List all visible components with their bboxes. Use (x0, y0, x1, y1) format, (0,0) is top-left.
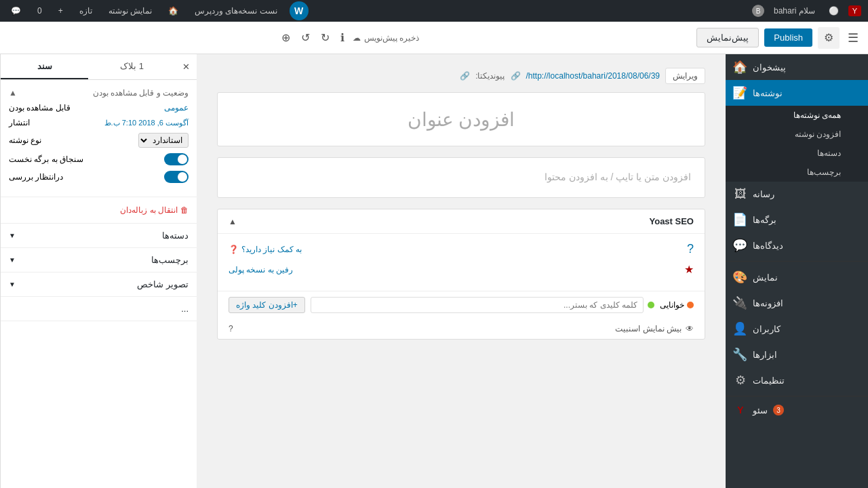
publish-row: آگوست 6, 2018 7:10 ب.ط انتشار (9, 118, 189, 127)
publish-button[interactable]: Publish (764, 28, 812, 47)
sidebar-item-seo[interactable]: Y سئو 3 (726, 399, 868, 421)
editor-toolbar: ☰ ⚙ Publish پیش‌نمایش ذخیره پیش‌نویس ☁ ℹ… (0, 22, 868, 54)
sidebar-item-users[interactable]: 👤 کاربران (726, 316, 868, 342)
submenu-tags[interactable]: برچسب‌ها (726, 163, 868, 182)
yoast-section: Yoast SEO ▲ ? به کمک نیاز دارید؟ ❓ ★ رفی… (217, 209, 705, 340)
sidebar-item-media[interactable]: 🖼 رسانه (726, 182, 868, 207)
extra-section[interactable]: ... (1, 297, 197, 321)
yoast-readability: خوانایی (660, 300, 694, 310)
permalink-label: پیوندیکتا: (475, 71, 505, 81)
sidebar-item-comments[interactable]: 💬 دیدگاه‌ها (726, 232, 868, 258)
yoast-star-icon: ★ (684, 263, 694, 276)
content-area[interactable]: افزودن متن یا تایپ / به افزودن محتوا (217, 157, 705, 198)
users-icon: 👤 (734, 321, 747, 336)
status-section-title: وضعیت و قابل مشاهده بودن ▲ (9, 88, 189, 98)
sidebar-item-tools[interactable]: 🔧 ابزارها (726, 342, 868, 367)
sidebar-item-posts[interactable]: 📝 نوشته‌ها (726, 80, 868, 106)
admin-bar-comment-icon[interactable]: 💬 (7, 6, 25, 16)
post-type-select[interactable]: استاندارد (138, 133, 189, 148)
edit-permalink-button[interactable]: ویرایش (665, 68, 705, 84)
admin-bar-customize[interactable]: تازه (75, 6, 96, 16)
keyword-dot (648, 302, 654, 308)
visibility-value[interactable]: عمومی (164, 103, 189, 113)
admin-bar-site-name[interactable]: نست نسخه‌های وردپرس (191, 6, 281, 16)
undo-icon[interactable]: ↺ (298, 28, 313, 47)
tags-arrow: ▼ (9, 256, 16, 264)
save-label[interactable]: ذخیره پیش‌نویس (364, 33, 419, 43)
trash-section: 🗑 انتقال به زباله‌دان (1, 197, 197, 224)
preview-button[interactable]: پیش‌نمایش (696, 28, 759, 47)
sidebar-item-dashboard[interactable]: 🏠 پیشخوان (726, 54, 868, 80)
posts-icon: 📝 (734, 85, 747, 100)
admin-bar-username[interactable]: سلام bahari (770, 6, 819, 16)
admin-bar-plus[interactable]: + (54, 6, 67, 16)
user-avatar[interactable]: B (752, 5, 764, 17)
yoast-header[interactable]: Yoast SEO ▲ (218, 209, 705, 234)
dashboard-icon: 🏠 (734, 60, 747, 75)
sidebar-label-media: رسانه (753, 189, 774, 199)
wp-logo[interactable]: W (290, 1, 309, 20)
yoast-version-row: ★ رفین به نسخه پولی (229, 263, 694, 276)
main-layout: 🏠 پیشخوان 📝 نوشته‌ها همه‌ی نوشته‌ها افزو… (0, 54, 868, 488)
yoast-version-link[interactable]: رفین به نسخه پولی (229, 265, 293, 274)
visibility-label: قابل مشاهده بودن (9, 103, 71, 113)
featured-image-label: تصویر شاخص (137, 279, 189, 289)
plugins-icon: 🔌 (734, 296, 747, 310)
info-icon[interactable]: ℹ (338, 28, 347, 47)
featured-image-section[interactable]: تصویر شاخص ▼ (1, 272, 197, 297)
tab-document[interactable]: سند (1, 54, 88, 79)
hamburger-menu[interactable]: ☰ (845, 28, 861, 48)
appearance-icon: 🎨 (734, 270, 747, 285)
sidebar-label-plugins: افزونه‌ها (753, 298, 783, 308)
categories-section[interactable]: دسته‌ها ▼ (1, 224, 197, 248)
yoast-preview-row[interactable]: 👁 بیش نمایش اسنبیت ? (218, 319, 705, 339)
yoast-keyword-input[interactable] (311, 297, 644, 313)
yoast-help-icon[interactable]: ? (687, 242, 694, 256)
sidebar-item-appearance[interactable]: 🎨 نمایش (726, 264, 868, 290)
pages-icon: 📄 (734, 212, 747, 227)
admin-bar-circle[interactable]: ⚪ (825, 6, 843, 16)
admin-bar-comments[interactable]: 0 (33, 6, 46, 16)
admin-bar-home[interactable]: 🏠 (164, 6, 182, 16)
yoast-add-keyword-button[interactable]: +افزودن کلید واژه (229, 297, 305, 313)
admin-bar-yoast[interactable]: Y (848, 5, 861, 16)
permalink-url[interactable]: http://localhost/bahari/2018/08/06/39/ (526, 71, 660, 81)
tab-block[interactable]: 1 بلاک (88, 54, 176, 79)
sidebar-item-pages[interactable]: 📄 برگه‌ها (726, 207, 868, 232)
sidebar-item-settings[interactable]: ⚙ تنظیمات (726, 367, 868, 393)
sidebar: 🏠 پیشخوان 📝 نوشته‌ها همه‌ی نوشته‌ها افزو… (726, 54, 868, 488)
copy-link-icon[interactable]: 🔗 (460, 71, 470, 81)
trash-button[interactable]: 🗑 انتقال به زباله‌دان (9, 205, 189, 215)
tags-section[interactable]: برچسب‌ها ▼ (1, 248, 197, 272)
readability-dot (687, 302, 694, 308)
sidebar-label-dashboard: پیشخوان (753, 62, 786, 73)
sidebar-item-plugins[interactable]: 🔌 افزونه‌ها (726, 290, 868, 316)
settings-button[interactable]: ⚙ (818, 27, 840, 49)
yoast-need-help[interactable]: به کمک نیاز دارید؟ ❓ (229, 245, 302, 254)
panel-close-button[interactable]: ✕ (176, 54, 197, 79)
settings-icon: ⚙ (734, 373, 747, 388)
status-title-text: وضعیت و قابل مشاهده بودن (93, 88, 189, 98)
add-block-icon[interactable]: ⊕ (279, 28, 293, 47)
yoast-toggle-arrow: ▲ (229, 217, 237, 226)
submenu-add-post[interactable]: افزودن نوشته (726, 125, 868, 144)
sidebar-label-pages: برگه‌ها (753, 215, 776, 225)
publish-value[interactable]: آگوست 6, 2018 7:10 ب.ط (104, 119, 189, 127)
yoast-keyword-area (311, 297, 654, 313)
yoast-question-preview[interactable]: ? (229, 324, 233, 333)
stick-label: سنجاق به برگه نخست (9, 155, 83, 164)
submenu-categories[interactable]: دسته‌ها (726, 144, 868, 163)
submenu-all-posts[interactable]: همه‌ی نوشته‌ها (726, 106, 868, 125)
yoast-question-icon: ❓ (229, 245, 239, 254)
status-collapse-arrow[interactable]: ▲ (9, 88, 17, 98)
stick-toggle[interactable] (164, 153, 189, 165)
sidebar-label-tools: ابزارها (753, 350, 777, 360)
admin-bar-view-site[interactable]: نمایش نوشته (104, 6, 156, 16)
pending-toggle[interactable] (164, 171, 189, 183)
title-area[interactable]: افزودن عنوان (217, 92, 705, 146)
sidebar-label-posts: نوشته‌ها (753, 88, 783, 98)
editor-content: ویرایش http://localhost/bahari/2018/08/0… (217, 68, 705, 340)
redo-icon[interactable]: ↻ (318, 28, 332, 47)
status-section: وضعیت و قابل مشاهده بودن ▲ عمومی قابل مش… (1, 80, 197, 197)
sidebar-label-seo: سئو (753, 405, 768, 415)
